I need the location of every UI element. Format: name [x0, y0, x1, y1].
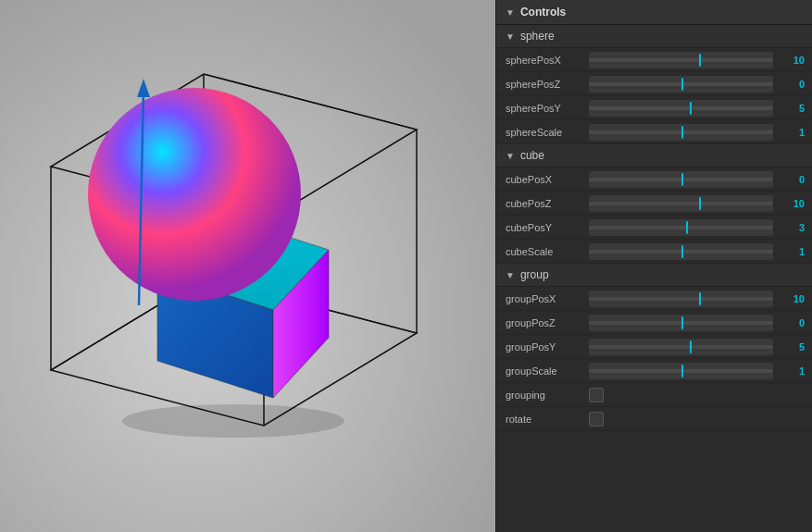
slider-sphere-1[interactable]	[589, 76, 773, 93]
value-cube-2: 3	[779, 222, 805, 233]
slider-cube-0[interactable]	[589, 171, 773, 188]
slider-thumb-group-3	[681, 365, 683, 377]
slider-cube-2[interactable]	[589, 219, 773, 236]
section-label-group: group	[520, 268, 549, 281]
value-sphere-2: 5	[779, 103, 805, 114]
control-row-sphere-0: spherePosX10	[496, 48, 812, 72]
svg-point-16	[122, 404, 344, 438]
checkbox-label-0: grouping	[506, 390, 589, 401]
slider-thumb-cube-1	[699, 197, 701, 210]
value-sphere-0: 10	[779, 55, 805, 66]
slider-thumb-group-0	[699, 292, 701, 305]
section-header-cube[interactable]: ▼ cube	[496, 144, 812, 167]
section-header-sphere[interactable]: ▼ sphere	[496, 25, 812, 48]
controls-panel: ▼ Controls ▼ spherespherePosX10spherePos…	[495, 0, 812, 532]
label-group-3: groupScale	[506, 365, 589, 377]
3d-viewport[interactable]	[0, 0, 495, 532]
label-sphere-0: spherePosX	[506, 55, 589, 66]
value-cube-1: 10	[779, 198, 805, 209]
control-row-group-3: groupScale1	[496, 359, 812, 383]
slider-thumb-sphere-3	[681, 126, 683, 139]
panel-title: Controls	[520, 6, 566, 19]
label-sphere-2: spherePosY	[506, 103, 589, 114]
checkbox-0[interactable]	[589, 388, 604, 402]
section-chevron-cube-icon: ▼	[506, 151, 515, 161]
slider-track-group-0	[589, 297, 773, 301]
value-cube-3: 1	[779, 246, 805, 257]
checkboxes-container: groupingrotate	[496, 383, 812, 431]
control-row-cube-1: cubePosZ10	[496, 192, 812, 216]
slider-sphere-0[interactable]	[589, 52, 773, 68]
slider-thumb-cube-3	[681, 245, 683, 258]
slider-group-1[interactable]	[589, 315, 773, 331]
section-chevron-group-icon: ▼	[506, 270, 515, 280]
slider-thumb-group-1	[681, 316, 683, 329]
slider-track-sphere-0	[589, 58, 773, 62]
label-cube-1: cubePosZ	[506, 198, 589, 209]
control-row-sphere-2: spherePosY5	[496, 96, 812, 120]
slider-track-group-2	[589, 345, 773, 349]
label-sphere-3: sphereScale	[506, 127, 589, 138]
value-group-1: 0	[779, 317, 805, 328]
panel-chevron-icon: ▼	[506, 7, 515, 18]
slider-sphere-3[interactable]	[589, 124, 773, 141]
control-row-group-0: groupPosX10	[496, 287, 812, 311]
slider-track-cube-2	[589, 226, 773, 229]
section-chevron-sphere-icon: ▼	[506, 31, 515, 42]
slider-cube-1[interactable]	[589, 195, 773, 212]
label-group-2: groupPosY	[506, 341, 589, 353]
slider-thumb-cube-0	[681, 173, 683, 186]
control-row-cube-3: cubeScale1	[496, 240, 812, 264]
slider-thumb-cube-2	[686, 221, 688, 234]
value-group-2: 5	[779, 341, 805, 353]
control-row-group-1: groupPosZ0	[496, 311, 812, 335]
slider-thumb-sphere-1	[681, 78, 683, 91]
svg-point-13	[88, 88, 301, 301]
checkbox-row-0: grouping	[496, 383, 812, 407]
section-label-cube: cube	[520, 149, 544, 162]
label-cube-3: cubeScale	[506, 246, 589, 257]
value-group-3: 1	[779, 365, 805, 377]
label-cube-0: cubePosX	[506, 174, 589, 185]
checkbox-1[interactable]	[589, 412, 604, 427]
control-row-sphere-3: sphereScale1	[496, 120, 812, 144]
slider-track-sphere-2	[589, 106, 773, 110]
section-label-sphere: sphere	[520, 30, 555, 43]
value-group-0: 10	[779, 293, 805, 304]
slider-thumb-sphere-2	[690, 102, 692, 115]
value-cube-0: 0	[779, 174, 805, 185]
control-row-cube-2: cubePosY3	[496, 216, 812, 240]
control-row-group-2: groupPosY5	[496, 335, 812, 359]
slider-thumb-group-2	[690, 340, 692, 353]
slider-group-3[interactable]	[589, 363, 773, 379]
label-sphere-1: spherePosZ	[506, 79, 589, 90]
slider-group-0[interactable]	[589, 291, 773, 307]
control-row-cube-0: cubePosX0	[496, 167, 812, 192]
checkbox-row-1: rotate	[496, 407, 812, 431]
control-row-sphere-1: spherePosZ0	[496, 72, 812, 96]
slider-sphere-2[interactable]	[589, 100, 773, 117]
section-header-group[interactable]: ▼ group	[496, 264, 812, 287]
slider-group-2[interactable]	[589, 339, 773, 355]
panel-header: ▼ Controls	[496, 0, 812, 25]
value-sphere-1: 0	[779, 79, 805, 90]
value-sphere-3: 1	[779, 127, 805, 138]
checkbox-label-1: rotate	[506, 414, 589, 425]
slider-track-cube-1	[589, 202, 773, 205]
label-group-0: groupPosX	[506, 293, 589, 304]
slider-cube-3[interactable]	[589, 243, 773, 260]
sections-container: ▼ spherespherePosX10spherePosZ0spherePos…	[496, 25, 812, 383]
label-cube-2: cubePosY	[506, 222, 589, 233]
label-group-1: groupPosZ	[506, 317, 589, 328]
slider-thumb-sphere-0	[699, 54, 701, 67]
